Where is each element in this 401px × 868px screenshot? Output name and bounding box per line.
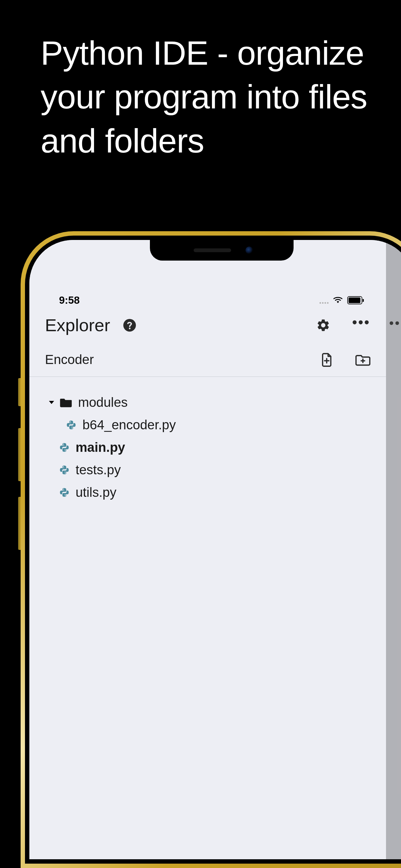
- svg-point-2: [70, 421, 71, 422]
- phone-mockup: ••• 9:58: [21, 231, 401, 868]
- more-icon: •••: [352, 314, 370, 330]
- svg-point-8: [63, 489, 64, 490]
- svg-point-6: [63, 466, 64, 467]
- wifi-icon: [332, 296, 343, 304]
- settings-button[interactable]: [316, 318, 330, 333]
- tree-file-label: utils.py: [75, 485, 116, 500]
- status-bar: 9:58: [29, 281, 386, 309]
- python-icon: [59, 488, 69, 497]
- svg-point-4: [63, 444, 64, 445]
- help-icon: [123, 318, 136, 332]
- tree-file-label: b64_encoder.py: [82, 417, 176, 432]
- svg-point-7: [65, 473, 66, 474]
- tree-file-main[interactable]: main.py: [45, 436, 370, 459]
- folder-icon: [59, 397, 72, 408]
- tree-file-label: main.py: [75, 440, 125, 455]
- more-button[interactable]: •••: [352, 315, 370, 335]
- promo-headline: Python IDE - organize your program into …: [41, 31, 370, 163]
- svg-point-9: [65, 495, 66, 496]
- phone-notch: [150, 240, 294, 260]
- chevron-down-icon: [47, 400, 56, 405]
- python-icon: [59, 442, 69, 453]
- file-tree: modules b64_encoder: [29, 377, 386, 504]
- tree-file-utils[interactable]: utils.py: [45, 481, 370, 504]
- help-button[interactable]: [123, 318, 136, 332]
- background-more-icon: •••: [389, 316, 401, 331]
- new-file-icon: [321, 352, 334, 367]
- tree-file-tests[interactable]: tests.py: [45, 459, 370, 481]
- tree-folder-modules[interactable]: modules: [45, 391, 370, 414]
- gear-icon: [316, 318, 330, 333]
- new-folder-icon: [356, 353, 370, 366]
- project-name[interactable]: Encoder: [45, 352, 94, 367]
- background-panel-shadow: [386, 240, 401, 859]
- tree-folder-label: modules: [78, 395, 128, 410]
- new-file-button[interactable]: [321, 352, 334, 367]
- python-icon: [66, 420, 76, 430]
- explorer-title: Explorer: [45, 315, 110, 335]
- cellular-icon: [320, 297, 329, 304]
- python-icon: [59, 465, 69, 475]
- tree-file-b64encoder[interactable]: b64_encoder.py: [45, 414, 370, 436]
- explorer-panel: 9:58: [29, 240, 386, 859]
- battery-icon: [347, 296, 364, 304]
- svg-point-5: [65, 450, 66, 451]
- status-time: 9:58: [59, 294, 80, 306]
- svg-point-1: [129, 328, 130, 329]
- new-folder-button[interactable]: [356, 353, 370, 366]
- svg-point-3: [72, 428, 73, 429]
- tree-file-label: tests.py: [75, 462, 121, 477]
